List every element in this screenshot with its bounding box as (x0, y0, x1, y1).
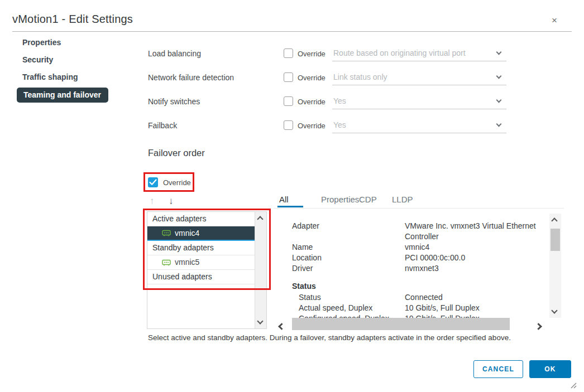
tab-all[interactable]: All (279, 195, 289, 204)
group-active-adapters: Active adapters (147, 212, 255, 226)
adapter-row-vmnic4[interactable]: vmnic4 (147, 226, 255, 241)
load-balancing-select[interactable]: Route based on originating virtual port (332, 46, 506, 61)
notify-switches-row: Notify switches Override Yes (148, 94, 508, 110)
details-vertical-scrollbar[interactable] (549, 214, 561, 318)
adapter-list-scrollbar[interactable] (255, 212, 266, 328)
notify-switches-override-checkbox[interactable] (284, 96, 293, 106)
detail-label: Adapter (292, 221, 403, 231)
chevron-down-icon (496, 122, 502, 127)
detail-value: Connected (405, 292, 545, 303)
detail-value: PCI 0000:0c:00.0 (405, 253, 545, 263)
load-balancing-override-checkbox[interactable] (284, 49, 293, 58)
failback-label: Failback (148, 121, 177, 130)
sidebar-item-security[interactable]: Security (22, 55, 53, 64)
close-icon[interactable]: × (548, 14, 561, 27)
sidebar-item-traffic-shaping[interactable]: Traffic shaping (22, 72, 78, 81)
nic-icon (162, 259, 171, 266)
detail-value: nvmxnet3 (405, 263, 545, 274)
load-balancing-value: Route based on originating virtual port (333, 49, 466, 57)
tab-cdp[interactable]: CDP (359, 195, 377, 204)
failback-value: Yes (333, 120, 346, 129)
group-standby-adapters: Standby adapters (147, 241, 255, 255)
scroll-up-icon[interactable] (551, 217, 557, 224)
override-label: Override (298, 98, 325, 106)
tab-properties[interactable]: Properties (321, 195, 359, 204)
detail-label: Driver (292, 263, 403, 274)
network-failure-detection-override-checkbox[interactable] (284, 72, 293, 82)
chevron-down-icon (496, 74, 502, 79)
detail-label: Actual speed, Duplex (299, 303, 409, 313)
scroll-down-icon[interactable] (551, 307, 557, 313)
load-balancing-label: Load balancing (148, 49, 201, 58)
active-tab-underline (277, 206, 303, 207)
scroll-down-icon[interactable] (257, 318, 263, 324)
detail-value: VMware Inc. vmxnet3 Virtual Ethernet Con… (405, 221, 545, 242)
failover-override-label: Override (163, 178, 191, 187)
scrollbar-thumb[interactable] (551, 229, 560, 251)
failover-help-note: Select active and standby adapters. Duri… (148, 333, 511, 342)
detail-value: vmnic4 (405, 242, 545, 253)
resize-grip-icon[interactable] (569, 381, 577, 389)
ok-button[interactable]: OK (529, 360, 571, 378)
detail-label: Configured speed, Duplex (299, 313, 409, 318)
override-label: Override (298, 122, 325, 130)
network-failure-detection-value: Link status only (333, 72, 387, 81)
scrollbar-thumb[interactable] (292, 318, 510, 330)
failover-order-heading: Failover order (148, 148, 205, 158)
scroll-left-icon[interactable] (279, 321, 284, 331)
chevron-down-icon (496, 50, 502, 55)
scroll-right-icon[interactable] (536, 321, 541, 331)
move-up-icon[interactable]: ↑ (150, 196, 155, 207)
move-down-icon[interactable]: ↓ (169, 196, 174, 207)
detail-label: Status (299, 292, 409, 303)
failback-override-checkbox[interactable] (284, 120, 293, 130)
chevron-down-icon (496, 98, 502, 103)
notify-switches-select[interactable]: Yes (332, 94, 506, 109)
notify-switches-label: Notify switches (148, 97, 200, 106)
scroll-up-icon[interactable] (257, 216, 263, 222)
adapter-details-panel: AdapterVMware Inc. vmxnet3 Virtual Ether… (277, 214, 550, 318)
failback-select[interactable]: Yes (332, 118, 506, 133)
header-divider (12, 31, 572, 32)
nic-icon (162, 230, 171, 236)
adapter-row-vmnic5[interactable]: vmnic5 (147, 255, 255, 270)
sidebar-item-teaming-and-failover[interactable]: Teaming and failover (17, 88, 108, 103)
network-failure-detection-label: Network failure detection (148, 73, 234, 82)
detail-value: 10 Gbit/s, Full Duplex (405, 313, 545, 318)
checked-checkbox[interactable] (148, 177, 158, 187)
detail-label: Location (292, 253, 403, 263)
override-label: Override (298, 50, 325, 58)
failover-override-checkbox[interactable]: Override (148, 177, 191, 187)
adapter-name: vmnic4 (175, 226, 199, 240)
status-section-heading: Status (292, 282, 316, 291)
tab-lldp[interactable]: LLDP (392, 195, 413, 204)
detail-label: Name (292, 242, 403, 253)
check-icon (149, 179, 157, 186)
group-unused-adapters: Unused adapters (147, 270, 255, 284)
override-label: Override (298, 74, 325, 82)
failover-adapter-list: Active adapters vmnic4 Standby adapters … (147, 211, 267, 329)
notify-switches-value: Yes (333, 96, 346, 105)
network-failure-detection-select[interactable]: Link status only (332, 70, 506, 85)
tab-divider (274, 208, 564, 209)
failback-row: Failback Override Yes (148, 118, 508, 134)
load-balancing-row: Load balancing Override Route based on o… (148, 46, 508, 62)
sidebar-item-properties[interactable]: Properties (22, 38, 61, 47)
network-failure-detection-row: Network failure detection Override Link … (148, 70, 508, 86)
cancel-button[interactable]: CANCEL (473, 360, 523, 378)
adapter-name: vmnic5 (175, 255, 199, 269)
edit-settings-dialog: vMotion1 - Edit Settings × Properties Se… (0, 0, 584, 392)
dialog-title: vMotion1 - Edit Settings (12, 13, 133, 26)
detail-value: 10 Gbit/s, Full Duplex (405, 303, 545, 313)
